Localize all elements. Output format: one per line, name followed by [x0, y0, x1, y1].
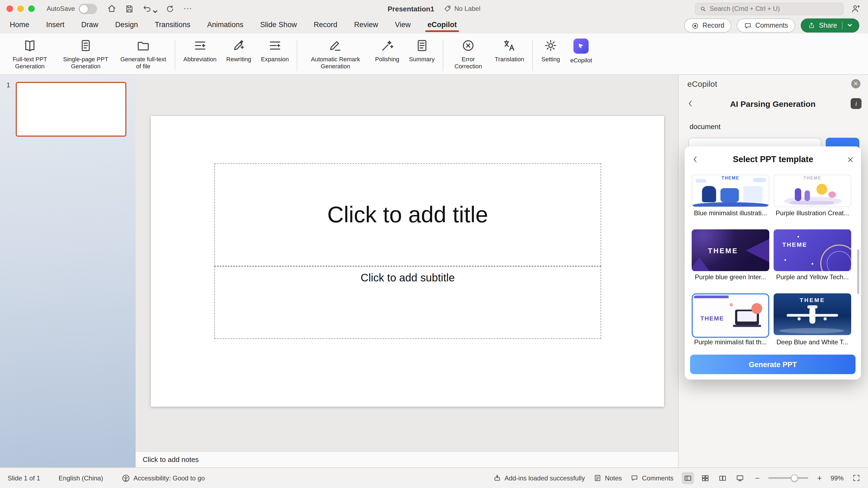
template-card-blue-minimalist[interactable]: THEME [692, 174, 769, 207]
accent-bar [694, 295, 728, 298]
illustration-person [702, 186, 716, 202]
search-input[interactable] [710, 5, 839, 12]
grid-view-icon [701, 474, 710, 482]
tab-design[interactable]: Design [114, 18, 139, 33]
toggle-knob [80, 5, 88, 13]
ribbon-label: Abbreviation [183, 56, 216, 63]
undo-dropdown-chevron-icon[interactable] [153, 10, 157, 13]
gear-icon [544, 38, 558, 53]
reading-view-button[interactable] [717, 472, 729, 484]
template-card-purple-illustration[interactable]: THEME [774, 174, 851, 207]
tab-insert[interactable]: Insert [45, 18, 66, 33]
tab-transitions[interactable]: Transitions [154, 18, 191, 33]
comments-toggle[interactable]: Comments [631, 474, 674, 482]
ribbon-translation[interactable]: Translation [490, 38, 529, 63]
theme-text: THEME [708, 247, 738, 255]
share-button[interactable]: Share [801, 19, 859, 33]
ribbon-polishing[interactable]: Polishing [370, 38, 404, 63]
ribbon-label: Translation [495, 56, 524, 63]
account-person-icon[interactable] [850, 4, 860, 13]
ribbon-expansion[interactable]: Expansion [256, 38, 294, 63]
section-title: AI Parsing Generation [695, 99, 850, 108]
template-label: Purple minimalist flat th... [692, 338, 769, 346]
slide-surface[interactable]: Click to add title Click to add subtitle [151, 116, 664, 407]
ribbon-divider [175, 40, 175, 71]
translation-icon [502, 38, 517, 53]
title-placeholder[interactable]: Click to add title [214, 163, 601, 266]
more-toolbar-icon[interactable] [183, 4, 193, 13]
sensitivity-label[interactable]: No Label [444, 5, 480, 12]
task-pane-close-icon[interactable]: ✕ [851, 79, 860, 88]
ribbon-error-correction[interactable]: Error Correction [446, 38, 490, 70]
subtitle-placeholder[interactable]: Click to add subtitle [214, 266, 601, 339]
minimize-window-button[interactable] [18, 5, 24, 12]
template-card-deep-blue-white[interactable]: THEME [774, 293, 851, 335]
search-box[interactable] [695, 2, 844, 15]
ribbon-label: Generate full-text of file [120, 56, 166, 70]
ribbon-setting[interactable]: Setting [536, 38, 565, 63]
zoom-in-button[interactable]: + [817, 474, 822, 483]
dialog-back-chevron-icon[interactable] [691, 155, 700, 164]
tab-draw[interactable]: Draw [80, 18, 99, 33]
ribbon-summary[interactable]: Summary [404, 38, 439, 63]
template-card-purple-yellow-tech[interactable]: THEME [774, 229, 851, 271]
fullscreen-icon[interactable] [852, 474, 860, 482]
airplane-wings [786, 314, 838, 317]
slide-sorter-view-button[interactable] [700, 472, 712, 484]
ribbon-label: Expansion [261, 56, 289, 63]
ribbon-label: Error Correction [452, 56, 485, 70]
zoom-out-button[interactable]: − [755, 474, 760, 483]
tab-home[interactable]: Home [9, 18, 30, 33]
language-button[interactable]: English (China) [59, 474, 103, 482]
info-icon[interactable]: i [850, 98, 862, 109]
ribbon-ecopilot-app[interactable]: eCopilot [565, 38, 597, 64]
theme-text: THEME [701, 315, 724, 322]
slide-thumbnail[interactable] [16, 82, 126, 137]
tab-review[interactable]: Review [353, 18, 379, 33]
subtitle-placeholder-text: Click to add subtitle [361, 272, 455, 338]
tab-animations[interactable]: Animations [206, 18, 245, 33]
remark-icon [329, 38, 343, 53]
comments-button[interactable]: Comments [737, 19, 795, 33]
document-label: document [689, 123, 720, 131]
tab-slide-show[interactable]: Slide Show [259, 18, 298, 33]
tab-ecopilot[interactable]: eCopilot [426, 18, 458, 33]
close-window-button[interactable] [6, 5, 13, 12]
ribbon-automatic-remark-generation[interactable]: Automatic Remark Generation [301, 38, 370, 70]
ribbon-rewriting[interactable]: Rewriting [221, 38, 256, 63]
zoom-window-button[interactable] [28, 5, 35, 12]
notes-bar[interactable]: Click to add notes [135, 451, 678, 467]
zoom-slider-knob[interactable] [791, 475, 798, 482]
autosave-toggle[interactable] [79, 3, 97, 14]
save-icon[interactable] [125, 4, 134, 13]
refresh-icon[interactable] [165, 4, 175, 13]
undo-icon[interactable] [142, 4, 152, 13]
slide-number: 1 [6, 82, 10, 89]
template-card-purple-blue-green[interactable]: THEME [692, 229, 769, 271]
page-icon [79, 38, 93, 53]
dialog-scrollbar[interactable] [857, 250, 859, 294]
template-card-purple-minimalist-flat-selected[interactable]: THEME [692, 293, 769, 338]
zoom-level[interactable]: 99% [831, 474, 844, 482]
ribbon-label: Automatic Remark Generation [306, 56, 365, 70]
back-chevron-icon[interactable] [686, 99, 695, 108]
notes-toggle[interactable]: Notes [593, 474, 622, 482]
document-title: Presentation1 [388, 5, 434, 13]
record-button[interactable]: Record [684, 19, 732, 33]
accessibility-status[interactable]: Accessibility: Good to go [122, 474, 205, 482]
airplane-engine [824, 317, 827, 321]
ribbon-single-page-ppt-generation[interactable]: Single-page PPT Generation [56, 38, 115, 70]
tab-view[interactable]: View [394, 18, 412, 33]
ribbon-generate-full-text-of-file[interactable]: Generate full-text of file [115, 38, 172, 70]
ribbon-abbreviation[interactable]: Abbreviation [179, 38, 221, 63]
home-icon[interactable] [107, 4, 117, 13]
zoom-slider[interactable] [768, 477, 808, 479]
dialog-close-icon[interactable] [846, 155, 855, 163]
airplane-engine [798, 317, 801, 321]
normal-view-button[interactable] [682, 472, 694, 484]
slideshow-view-button[interactable] [734, 472, 746, 484]
tab-record[interactable]: Record [312, 18, 338, 33]
generate-ppt-button[interactable]: Generate PPT [690, 355, 856, 374]
ribbon-full-text-ppt-generation[interactable]: Full-text PPT Generation [3, 38, 56, 70]
cloud-shape [779, 328, 844, 333]
